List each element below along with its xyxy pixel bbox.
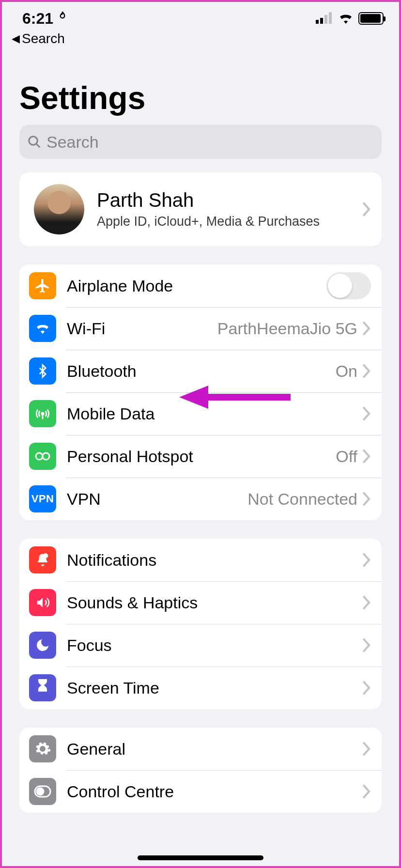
svg-rect-3 — [329, 12, 332, 24]
svg-point-14 — [37, 788, 44, 795]
chevron-right-icon — [362, 553, 371, 567]
general-group: General Control Centre — [19, 728, 382, 813]
notifications-label: Notifications — [67, 551, 362, 570]
bluetooth-row[interactable]: Bluetooth On — [19, 350, 382, 392]
airplane-icon — [29, 272, 56, 299]
home-indicator[interactable] — [138, 855, 263, 860]
chevron-right-icon — [362, 742, 371, 756]
bluetooth-label: Bluetooth — [67, 362, 336, 381]
chevron-right-icon — [362, 638, 371, 652]
airplane-mode-row[interactable]: Airplane Mode — [19, 264, 382, 307]
wifi-row[interactable]: Wi-Fi ParthHeemaJio 5G — [19, 307, 382, 350]
screen-time-icon — [29, 674, 56, 701]
wifi-label: Wi-Fi — [67, 319, 217, 338]
svg-line-5 — [36, 144, 40, 148]
search-input[interactable]: Search — [19, 125, 382, 159]
sounds-label: Sounds & Haptics — [67, 593, 362, 612]
mobile-data-row[interactable]: Mobile Data — [19, 392, 382, 435]
chevron-right-icon — [362, 784, 371, 799]
profile-name: Parth Shah — [97, 189, 362, 211]
battery-icon — [358, 12, 384, 25]
chevron-right-icon — [362, 492, 371, 506]
vpn-label: VPN — [67, 490, 247, 509]
search-icon — [27, 135, 42, 149]
control-centre-label: Control Centre — [67, 782, 362, 801]
focus-row[interactable]: Focus — [19, 624, 382, 666]
notifications-icon — [29, 546, 56, 574]
mobile-data-label: Mobile Data — [67, 404, 362, 423]
back-to-search[interactable]: ◀ Search — [2, 29, 399, 50]
focus-label: Focus — [67, 636, 362, 655]
general-row[interactable]: General — [19, 728, 382, 770]
svg-rect-1 — [320, 18, 323, 24]
screen-time-row[interactable]: Screen Time — [19, 666, 382, 709]
wifi-icon — [338, 10, 354, 28]
control-centre-row[interactable]: Control Centre — [19, 770, 382, 813]
svg-point-12 — [43, 553, 48, 558]
page-title: Settings — [2, 50, 399, 125]
apple-id-row[interactable]: Parth Shah Apple ID, iCloud+, Media & Pu… — [19, 172, 382, 246]
chevron-right-icon — [362, 364, 371, 378]
airplane-label: Airplane Mode — [67, 277, 326, 295]
chevron-right-icon — [362, 681, 371, 695]
chevron-right-icon — [362, 449, 371, 464]
search-placeholder: Search — [46, 133, 99, 152]
wifi-value: ParthHeemaJio 5G — [217, 319, 357, 338]
control-centre-icon — [29, 778, 56, 805]
sounds-row[interactable]: Sounds & Haptics — [19, 581, 382, 624]
svg-rect-2 — [324, 15, 327, 24]
network-group: Airplane Mode Wi-Fi ParthHeemaJio 5G Blu… — [19, 264, 382, 520]
svg-rect-0 — [316, 20, 319, 24]
focus-icon — [29, 632, 56, 659]
svg-point-4 — [29, 137, 38, 145]
personal-hotspot-row[interactable]: Personal Hotspot Off — [19, 435, 382, 478]
cellular-antenna-icon — [29, 400, 56, 427]
sounds-icon — [29, 589, 56, 616]
avatar — [34, 184, 84, 234]
vpn-icon: VPN — [29, 485, 56, 512]
vpn-value: Not Connected — [247, 490, 357, 509]
gear-icon — [29, 735, 56, 762]
svg-point-9 — [43, 453, 49, 460]
wifi-settings-icon — [29, 315, 56, 342]
vpn-row[interactable]: VPN VPN Not Connected — [19, 478, 382, 520]
back-chevron-icon: ◀ — [12, 32, 20, 45]
svg-point-8 — [36, 453, 43, 460]
hotspot-label: Personal Hotspot — [67, 447, 336, 466]
screen-time-label: Screen Time — [67, 679, 362, 698]
airplane-toggle[interactable] — [326, 272, 371, 299]
chevron-right-icon — [362, 202, 371, 217]
back-label: Search — [22, 31, 65, 46]
activity-icon — [56, 10, 69, 28]
profile-subtitle: Apple ID, iCloud+, Media & Purchases — [97, 214, 362, 229]
alerts-group: Notifications Sounds & Haptics Focus Scr… — [19, 539, 382, 709]
hotspot-icon — [29, 443, 56, 470]
hotspot-value: Off — [336, 447, 357, 466]
bluetooth-icon — [29, 357, 56, 385]
bluetooth-value: On — [336, 362, 357, 381]
status-time: 6:21 — [22, 10, 53, 28]
cellular-icon — [316, 10, 333, 28]
chevron-right-icon — [362, 406, 371, 421]
profile-group: Parth Shah Apple ID, iCloud+, Media & Pu… — [19, 172, 382, 246]
chevron-right-icon — [362, 321, 371, 336]
status-bar: 6:21 — [2, 2, 399, 29]
chevron-right-icon — [362, 595, 371, 610]
notifications-row[interactable]: Notifications — [19, 539, 382, 581]
general-label: General — [67, 740, 362, 759]
